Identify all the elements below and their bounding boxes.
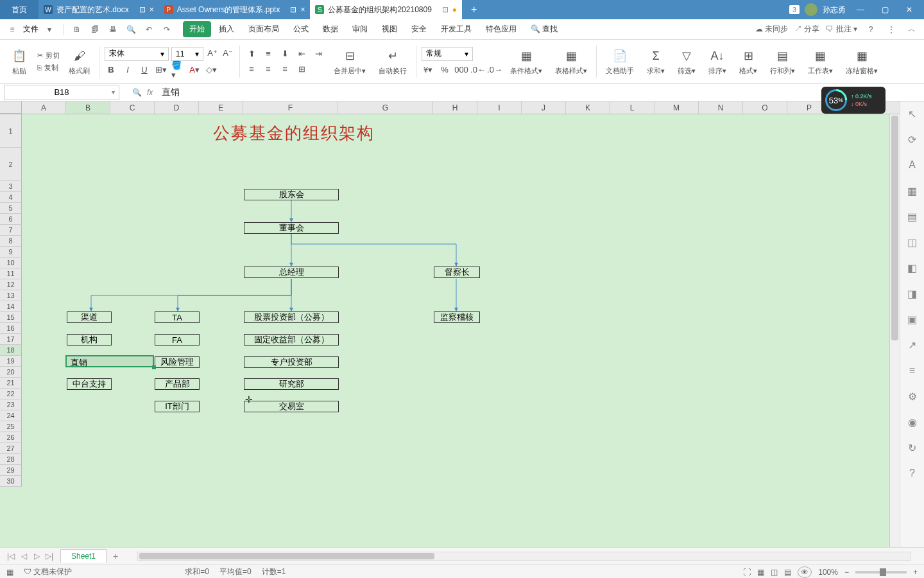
row-header[interactable]: 11 <box>0 268 22 279</box>
bold-button[interactable]: B <box>105 64 117 76</box>
inc-decimal-icon[interactable]: .0← <box>472 64 484 76</box>
font-name-select[interactable]: 宋体▾ <box>105 47 169 61</box>
cond-format-button[interactable]: ▦ 条件格式▾ <box>506 42 546 81</box>
col-header[interactable]: E <box>199 101 243 114</box>
comma-icon[interactable]: 000 <box>455 64 468 76</box>
format-button[interactable]: ⊞ 格式▾ <box>735 42 761 81</box>
tab-formula[interactable]: 公式 <box>287 21 315 37</box>
row-header[interactable]: 3 <box>0 181 22 192</box>
row-header[interactable]: 15 <box>0 312 22 323</box>
worksheet-button[interactable]: ▦ 工作表▾ <box>804 42 837 81</box>
sheet-tab[interactable]: Sheet1 <box>60 549 107 563</box>
col-header[interactable]: J <box>522 101 566 114</box>
row-header[interactable]: 17 <box>0 334 22 345</box>
zoom-out-button[interactable]: − <box>844 568 849 577</box>
table-style-button[interactable]: ▦ 表格样式▾ <box>551 42 591 81</box>
tab-x[interactable]: × <box>300 5 305 14</box>
sort-button[interactable]: A↓ 排序▾ <box>705 42 730 81</box>
increase-font-icon[interactable]: A⁺ <box>206 47 219 60</box>
save-as-icon[interactable]: 🗐 <box>88 22 102 37</box>
row-header[interactable]: 14 <box>0 301 22 312</box>
share-button[interactable]: ↗ 分享 <box>794 24 819 35</box>
image-icon[interactable]: ▣ <box>905 312 920 326</box>
tab-doc-2[interactable]: P Asset Owners的管理体系.pptx ⊡ × <box>159 0 311 19</box>
tab-special[interactable]: 特色应用 <box>479 21 523 37</box>
border-button[interactable]: ⊞▾ <box>155 64 167 76</box>
redo-icon[interactable]: ↷ <box>160 22 174 37</box>
row-header[interactable]: 30 <box>0 476 22 487</box>
tab-doc-1[interactable]: W 资产配置的艺术.docx ⊡ × <box>38 0 159 19</box>
name-box[interactable]: B18 <box>4 85 119 100</box>
row-header[interactable]: 18 <box>0 345 22 356</box>
select-icon[interactable]: ↖ <box>905 107 920 121</box>
cells-area[interactable]: 公募基金的组织架构 股东会 董事会 总经理 督察长 渠道 机构 中台支持 TA … <box>22 114 900 487</box>
tab-start[interactable]: 开始 <box>183 21 211 37</box>
apps-icon[interactable]: ▤ <box>905 209 920 223</box>
row-header[interactable]: 4 <box>0 192 22 203</box>
col-header[interactable]: K <box>566 101 610 114</box>
prev-sheet-button[interactable]: ◁ <box>18 550 30 562</box>
col-header[interactable]: G <box>338 101 433 114</box>
minimize-button[interactable]: — <box>851 0 870 19</box>
row-header[interactable]: 21 <box>0 378 22 389</box>
tab-security[interactable]: 安全 <box>405 21 433 37</box>
more-icon[interactable]: ⋮ <box>884 22 898 37</box>
col-header[interactable]: N <box>699 101 743 114</box>
tab-home[interactable]: 首页 <box>0 0 38 19</box>
table-icon[interactable]: ▦ <box>905 184 920 198</box>
font-color-button[interactable]: A▾ <box>188 64 201 76</box>
reload-icon[interactable]: ⟳ <box>905 132 920 146</box>
view-page-icon[interactable]: ◫ <box>771 568 778 577</box>
align-bottom-icon[interactable]: ⬇ <box>278 48 291 60</box>
col-header[interactable]: H <box>433 101 477 114</box>
row-header[interactable]: 6 <box>0 214 22 225</box>
close-button[interactable]: ✕ <box>900 0 919 19</box>
rowcol-button[interactable]: ▤ 行和列▾ <box>766 42 799 81</box>
row-header[interactable]: 22 <box>0 389 22 399</box>
filter-button[interactable]: ▽ 筛选▾ <box>674 42 699 81</box>
align-right-icon[interactable]: ≡ <box>278 63 291 76</box>
help-icon[interactable]: ? <box>864 22 878 37</box>
col-header[interactable]: O <box>743 101 787 114</box>
avatar[interactable] <box>805 3 817 16</box>
row-header[interactable]: 12 <box>0 279 22 290</box>
sync-status[interactable]: ☁ 未同步 <box>755 24 788 35</box>
vertical-scrollbar[interactable] <box>889 114 900 547</box>
currency-icon[interactable]: ¥▾ <box>422 64 434 76</box>
last-sheet-button[interactable]: ▷| <box>44 550 55 562</box>
row-header[interactable]: 7 <box>0 225 22 236</box>
file-menu[interactable]: 文件 <box>23 24 38 35</box>
close-icon[interactable]: ⊡ <box>139 5 146 14</box>
annotate-button[interactable]: 🗨 批注 ▾ <box>826 24 857 35</box>
tab-data[interactable]: 数据 <box>316 21 345 37</box>
col-header[interactable]: A <box>22 101 66 114</box>
view-normal-icon[interactable]: ▦ <box>757 568 764 577</box>
save-icon[interactable]: 🗎 <box>70 22 84 37</box>
align-middle-icon[interactable]: ≡ <box>262 48 275 60</box>
percent-icon[interactable]: % <box>438 64 451 76</box>
zoom-level[interactable]: 100% <box>818 568 838 577</box>
row-header[interactable]: 25 <box>0 421 22 432</box>
col-header[interactable]: F <box>243 101 338 114</box>
col-header[interactable]: I <box>477 101 522 114</box>
select-all-corner[interactable] <box>0 101 22 114</box>
number-format-select[interactable]: 常规▾ <box>422 47 473 61</box>
copy-button[interactable]: ⎘ 复制 <box>37 63 60 73</box>
spreadsheet-grid[interactable]: A B C D E F G H I J K L M N O P 12345678… <box>0 101 900 547</box>
col-header[interactable]: M <box>654 101 699 114</box>
row-header[interactable]: 29 <box>0 465 22 476</box>
font-size-select[interactable]: 11▾ <box>171 47 203 61</box>
add-sheet-button[interactable]: + <box>107 551 124 561</box>
align-center-icon[interactable]: ≡ <box>262 63 275 76</box>
row-header[interactable]: 2 <box>0 148 22 181</box>
formula-input[interactable]: 直销 <box>162 87 180 98</box>
help-icon[interactable]: ? <box>905 466 920 480</box>
italic-button[interactable]: I <box>121 64 134 76</box>
col-header[interactable]: C <box>110 101 155 114</box>
tab-view[interactable]: 视图 <box>375 21 404 37</box>
zoom-in-button[interactable]: + <box>913 568 918 577</box>
chevron-down-icon[interactable]: ▾ <box>42 22 56 37</box>
shield-icon[interactable]: ◉ <box>905 415 920 429</box>
align-left-icon[interactable]: ≡ <box>245 63 258 76</box>
history-icon[interactable]: ↻ <box>905 441 920 455</box>
